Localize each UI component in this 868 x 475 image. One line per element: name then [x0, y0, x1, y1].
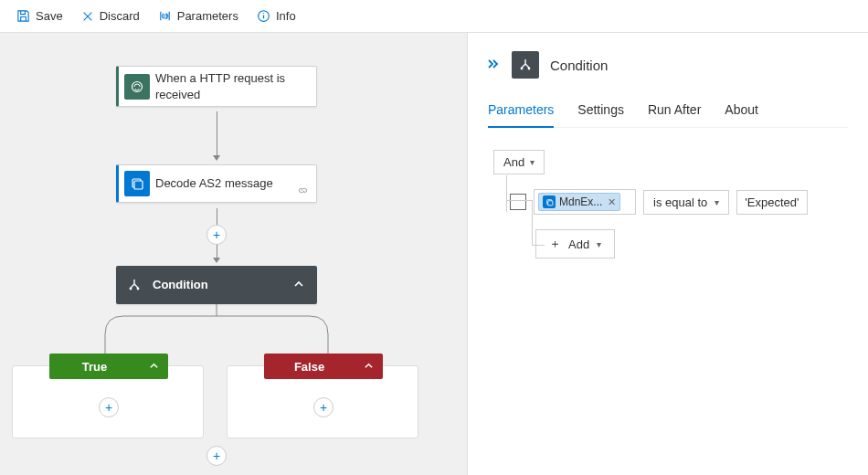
tree-line: [506, 200, 519, 201]
discard-button[interactable]: Discard: [74, 5, 147, 26]
save-icon: [16, 9, 30, 23]
collapse-panel-button[interactable]: [488, 58, 501, 72]
true-branch-panel: True +: [12, 365, 204, 438]
tab-run-after[interactable]: Run After: [648, 99, 701, 127]
http-trigger-icon: [124, 74, 150, 100]
add-false-action-button[interactable]: +: [313, 397, 333, 417]
svg-point-10: [528, 68, 531, 70]
false-label: False: [264, 360, 355, 374]
parameters-label: Parameters: [177, 9, 238, 23]
condition-node[interactable]: Condition: [116, 266, 317, 304]
action-label: Decode AS2 message: [155, 172, 282, 195]
add-step-button[interactable]: +: [206, 225, 227, 245]
tree-line: [506, 175, 507, 212]
add-true-action-button[interactable]: +: [99, 397, 119, 417]
close-icon: [81, 10, 94, 23]
operator-dropdown[interactable]: is equal to ▾: [643, 190, 729, 215]
token-label: MdnEx...: [559, 195, 602, 208]
info-label: Info: [276, 9, 296, 23]
true-label: True: [49, 360, 140, 374]
parameters-icon: @: [158, 9, 172, 23]
condition-label: Condition: [153, 273, 281, 297]
connector: [217, 111, 217, 155]
group-operator-label: And: [503, 155, 524, 169]
panel-title: Condition: [550, 58, 608, 73]
tab-about[interactable]: About: [725, 99, 758, 127]
chevron-up-icon[interactable]: [281, 279, 317, 292]
chevron-down-icon: ▾: [715, 197, 719, 207]
condition-icon: [122, 272, 147, 298]
condition-row: MdnEx... ✕ is equal to ▾ 'Expected': [510, 189, 848, 215]
decode-icon: [124, 171, 150, 196]
left-operand-input[interactable]: MdnEx... ✕: [534, 189, 636, 215]
plus-icon: ＋: [549, 236, 561, 252]
group-operator-dropdown[interactable]: And ▾: [493, 150, 545, 174]
discard-label: Discard: [100, 9, 140, 23]
add-label: Add: [568, 238, 589, 251]
tree-line: [519, 200, 532, 201]
row-checkbox[interactable]: [510, 194, 526, 210]
operator-label: is equal to: [653, 195, 707, 209]
true-header[interactable]: True: [49, 354, 168, 379]
tree-line: [532, 200, 533, 246]
chevron-up-icon: [355, 360, 383, 374]
trigger-label: When a HTTP request is received: [155, 67, 316, 106]
toolbar: Save Discard @ Parameters Info: [0, 0, 868, 33]
svg-point-7: [130, 288, 132, 290]
expression-token[interactable]: MdnEx... ✕: [538, 193, 620, 211]
parameters-button[interactable]: @ Parameters: [151, 5, 246, 26]
remove-token-button[interactable]: ✕: [606, 196, 616, 208]
token-icon: [543, 195, 556, 208]
svg-rect-12: [547, 200, 552, 205]
svg-rect-6: [134, 181, 143, 189]
chevron-up-icon: [140, 360, 168, 374]
condition-icon: [512, 51, 539, 79]
chevron-down-icon: ▾: [530, 157, 535, 167]
properties-panel: Condition Parameters Settings Run After …: [468, 33, 868, 475]
svg-point-9: [521, 68, 524, 70]
designer-canvas[interactable]: + When a HTTP request is received Decode…: [0, 33, 468, 475]
tab-settings[interactable]: Settings: [577, 99, 624, 127]
save-button[interactable]: Save: [9, 5, 70, 26]
false-branch-panel: False +: [227, 365, 418, 438]
svg-text:@: @: [163, 13, 169, 19]
false-header[interactable]: False: [264, 354, 383, 379]
svg-point-8: [137, 288, 140, 290]
arrow-icon: [213, 258, 220, 263]
add-condition-button[interactable]: ＋ Add ▾: [535, 229, 615, 259]
panel-tabs: Parameters Settings Run After About: [488, 99, 848, 128]
trigger-node[interactable]: When a HTTP request is received: [116, 66, 317, 107]
save-label: Save: [36, 9, 63, 23]
info-button[interactable]: Info: [249, 5, 303, 26]
arrow-icon: [213, 155, 220, 161]
chevron-down-icon: ▾: [597, 239, 601, 249]
add-step-button[interactable]: +: [206, 446, 227, 466]
tab-parameters[interactable]: Parameters: [488, 99, 554, 128]
tree-line: [532, 245, 545, 246]
info-icon: [257, 9, 270, 23]
link-icon: [297, 185, 309, 198]
action-node[interactable]: Decode AS2 message: [116, 164, 317, 203]
right-operand-input[interactable]: 'Expected': [736, 190, 808, 215]
